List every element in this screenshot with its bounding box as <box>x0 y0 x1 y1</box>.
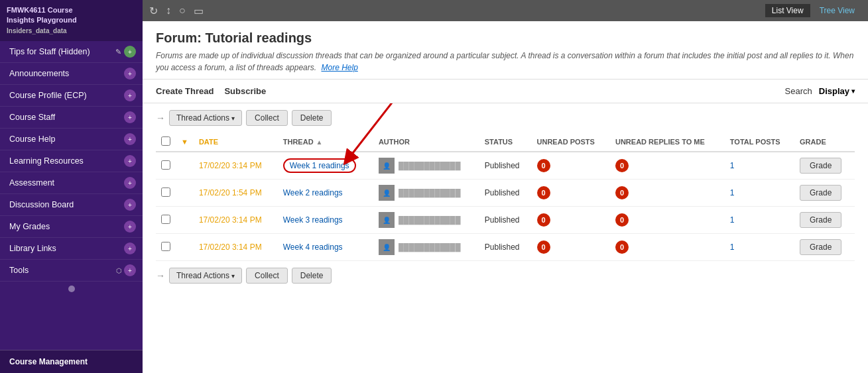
sidebar-item-library-links-label: Library Links <box>9 244 124 253</box>
sidebar-item-course-profile-icon: + <box>124 89 136 101</box>
col-status: STATUS <box>479 133 532 152</box>
sidebar-item-assessment-label: Assessment <box>9 178 124 187</box>
row-status: Published <box>479 207 532 234</box>
sidebar-item-tips[interactable]: Tips for Staff (Hidden) ✎ + <box>0 41 143 63</box>
create-thread-button[interactable]: Create Thread <box>156 86 214 96</box>
row-checkbox[interactable] <box>161 242 170 251</box>
col-grade: GRADE <box>794 133 855 152</box>
sidebar-item-library-links-icon: + <box>124 242 136 254</box>
sidebar-item-course-staff[interactable]: Course Staff + <box>0 107 143 129</box>
table-row: 17/02/20 3:14 PMWeek 4 readings👤████████… <box>156 234 855 261</box>
search-top-icon[interactable]: ○ <box>179 5 186 17</box>
sidebar-item-assessment[interactable]: Assessment + <box>0 172 143 194</box>
tools-external-icon: ⬡ <box>116 267 122 274</box>
thread-area: → Thread Actions ▾ Collect Delete <box>143 103 868 373</box>
thread-link[interactable]: Week 4 readings <box>283 242 343 252</box>
thread-link[interactable]: Week 3 readings <box>283 215 343 225</box>
sidebar-item-discussion-board-icon: + <box>124 199 136 211</box>
row-author: 👤████████████ <box>373 234 479 261</box>
row-date: 17/02/20 3:14 PM <box>194 234 278 261</box>
collect-button-bottom[interactable]: Collect <box>246 268 288 284</box>
row-status: Published <box>479 180 532 207</box>
delete-button-bottom[interactable]: Delete <box>292 268 332 284</box>
row-grade: Grade <box>794 152 855 180</box>
grade-button[interactable]: Grade <box>800 185 841 201</box>
sidebar-item-learning-resources-label: Learning Resources <box>9 156 124 166</box>
sidebar-item-course-staff-icon: + <box>124 111 136 123</box>
row-unread-replies: 0 <box>610 152 725 180</box>
back-forward-icon[interactable]: ↕ <box>166 5 171 17</box>
sidebar-item-my-grades[interactable]: My Grades + <box>0 216 143 238</box>
row-unread-posts: 0 <box>532 234 610 261</box>
table-row: 17/02/20 3:14 PMWeek 3 readings👤████████… <box>156 207 855 234</box>
row-unread-posts: 0 <box>532 207 610 234</box>
collect-button-top[interactable]: Collect <box>246 110 288 126</box>
forum-description: Forums are made up of individual discuss… <box>156 50 855 74</box>
course-name: FMWK4611 CourseInsights PlaygroundInside… <box>7 5 136 36</box>
thread-actions-button-bottom[interactable]: Thread Actions ▾ <box>169 268 242 284</box>
total-posts-link[interactable]: 1 <box>730 188 735 197</box>
row-unread-replies: 0 <box>610 234 725 261</box>
row-grade: Grade <box>794 234 855 261</box>
main-content: ↻ ↕ ○ ▭ List View Tree View Forum: Tutor… <box>143 0 868 373</box>
sidebar-footer: Course Management <box>0 350 143 373</box>
grade-button[interactable]: Grade <box>800 158 841 174</box>
sidebar-item-discussion-board-label: Discussion Board <box>9 200 124 209</box>
row-status: Published <box>479 152 532 180</box>
subscribe-button[interactable]: Subscribe <box>224 86 266 96</box>
sort-icon: ▲ <box>316 138 323 146</box>
col-unread-replies: UNREAD REPLIES TO ME <box>610 133 725 152</box>
row-total-posts: 1 <box>725 152 794 180</box>
sidebar-item-learning-resources[interactable]: Learning Resources + <box>0 150 143 172</box>
row-checkbox[interactable] <box>161 160 170 170</box>
total-posts-link[interactable]: 1 <box>730 242 735 252</box>
sidebar-item-announcements[interactable]: Announcements + <box>0 63 143 85</box>
sidebar-item-my-grades-icon: + <box>124 221 136 233</box>
thread-link[interactable]: Week 2 readings <box>283 188 343 197</box>
sidebar-item-assessment-icon: + <box>124 177 136 189</box>
sidebar-item-my-grades-label: My Grades <box>9 222 124 231</box>
grade-button[interactable]: Grade <box>800 239 841 255</box>
select-arrow-icon: → <box>156 113 165 123</box>
sidebar-item-course-help[interactable]: Course Help + <box>0 129 143 150</box>
sidebar-item-discussion-board[interactable]: Discussion Board + <box>0 194 143 216</box>
folder-icon[interactable]: ▭ <box>194 5 204 17</box>
top-bar: ↻ ↕ ○ ▭ List View Tree View <box>143 0 868 21</box>
avatar: 👤 <box>379 212 395 228</box>
list-view-button[interactable]: List View <box>765 4 810 17</box>
sidebar-item-course-profile[interactable]: Course Profile (ECP) + <box>0 85 143 107</box>
total-posts-link[interactable]: 1 <box>730 215 735 225</box>
more-help-link[interactable]: More Help <box>321 63 357 72</box>
display-button[interactable]: Display ▾ <box>819 86 855 96</box>
select-all-checkbox[interactable] <box>161 136 170 146</box>
thread-actions-bottom-chevron-icon: ▾ <box>231 272 235 280</box>
sidebar-scrollbar[interactable] <box>0 282 143 296</box>
refresh-icon[interactable]: ↻ <box>149 5 158 17</box>
sidebar-item-tips-label: Tips for Staff (Hidden) <box>9 47 115 56</box>
row-author: 👤████████████ <box>373 207 479 234</box>
sidebar-item-tools[interactable]: Tools ⬡ + <box>0 260 143 282</box>
row-total-posts: 1 <box>725 234 794 261</box>
thread-wrapper: ▼ DATE THREAD ▲ AUTHOR STATUS UNREAD POS… <box>156 133 855 261</box>
thread-actions-button-top[interactable]: Thread Actions ▾ <box>169 110 242 126</box>
row-checkbox[interactable] <box>161 187 170 197</box>
delete-button-top[interactable]: Delete <box>292 110 332 126</box>
sidebar-item-tips-icon: + <box>124 46 136 58</box>
sidebar-item-library-links[interactable]: Library Links + <box>0 238 143 260</box>
row-checkbox[interactable] <box>161 215 170 224</box>
avatar: 👤 <box>379 158 395 174</box>
thread-link[interactable]: Week 1 readings <box>283 158 356 173</box>
sidebar-item-announcements-label: Announcements <box>9 69 124 78</box>
sidebar-item-learning-resources-icon: + <box>124 155 136 167</box>
view-toggle: List View Tree View <box>765 4 861 17</box>
row-total-posts: 1 <box>725 207 794 234</box>
total-posts-link[interactable]: 1 <box>730 161 735 170</box>
sidebar-item-course-profile-label: Course Profile (ECP) <box>9 91 124 100</box>
sidebar: FMWK4611 CourseInsights PlaygroundInside… <box>0 0 143 373</box>
sidebar-item-course-staff-label: Course Staff <box>9 113 124 122</box>
sidebar-item-course-help-icon: + <box>124 133 136 145</box>
row-date: 17/02/20 3:14 PM <box>194 207 278 234</box>
search-link[interactable]: Search <box>785 86 812 96</box>
grade-button[interactable]: Grade <box>800 212 841 228</box>
tree-view-button[interactable]: Tree View <box>813 4 861 17</box>
